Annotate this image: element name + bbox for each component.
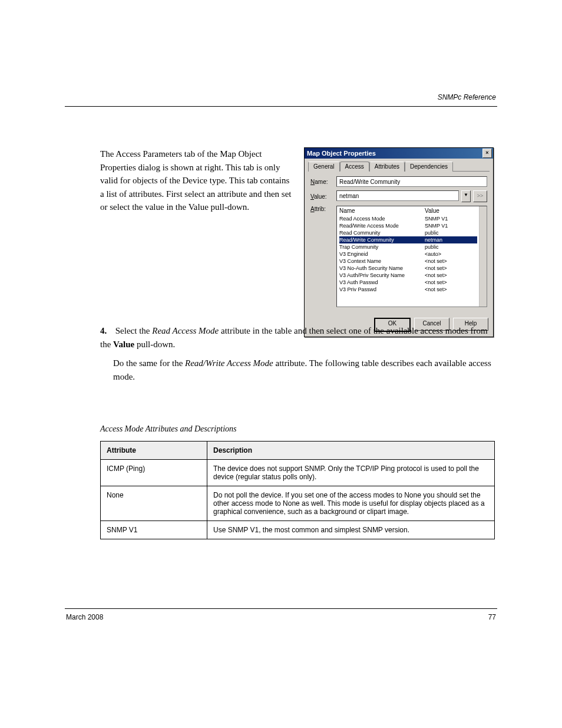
dialog-titlebar: Map Object Properties × (305, 148, 493, 159)
tab-general[interactable]: General (308, 162, 340, 172)
access-mode-table: Attribute Description ICMP (Ping)The dev… (100, 441, 495, 539)
header-separator (65, 106, 497, 107)
list-item[interactable]: Read Access ModeSNMP V1 (339, 215, 477, 222)
tab-access[interactable]: Access (340, 162, 369, 172)
footer-revision: March 2008 (66, 613, 103, 621)
scrollbar[interactable] (479, 206, 487, 307)
footer-page-number: 77 (488, 613, 496, 621)
close-icon[interactable]: × (482, 149, 492, 158)
list-item[interactable]: V3 Priv Passwd<not set> (339, 286, 477, 293)
list-header: Name Value (339, 207, 477, 215)
list-item[interactable]: Read/Write Access ModeSNMP V1 (339, 222, 477, 229)
tab-attributes[interactable]: Attributes (369, 162, 405, 172)
list-item[interactable]: V3 Auth Passwd<not set> (339, 279, 477, 286)
name-field[interactable] (336, 176, 487, 187)
step-number: 4. (100, 324, 113, 338)
value-field[interactable] (336, 190, 459, 201)
table-row: ICMP (Ping)The device does not support S… (101, 460, 495, 486)
list-item[interactable]: Read Communitypublic (339, 229, 477, 236)
table-header-row: Attribute Description (101, 442, 495, 460)
intro-paragraph: The Access Parameters tab of the Map Obj… (100, 147, 295, 214)
col-attribute: Attribute (101, 442, 207, 460)
list-item[interactable]: Trap Communitypublic (339, 243, 477, 251)
dialog-body: Name: Value: ▼ >> Attrib: Name Value (305, 172, 493, 314)
list-item[interactable]: V3 No-Auth Security Name<not set> (339, 265, 477, 272)
attrib-label: Attrib: (310, 206, 336, 212)
footer-separator (65, 608, 497, 609)
table-row: NoneDo not poll the device. If you set o… (101, 486, 495, 521)
list-item[interactable]: V3 Auth/Priv Security Name<not set> (339, 272, 477, 279)
header-section-title: SNMPc Reference (438, 93, 496, 101)
table-row: SNMP V1Use SNMP V1, the most common and … (101, 521, 495, 539)
table-caption: Access Mode Attributes and Descriptions (100, 424, 237, 434)
value-label: Value: (310, 193, 336, 200)
dialog-tabs: General Access Attributes Dependencies (308, 161, 490, 172)
step-4: 4. Select the Read Access Mode attribute… (100, 324, 494, 384)
map-object-properties-dialog: Map Object Properties × General Access A… (304, 147, 494, 337)
list-item[interactable]: Read/Write Communitynetman (339, 236, 477, 243)
chevron-down-icon[interactable]: ▼ (461, 190, 471, 202)
tab-dependencies[interactable]: Dependencies (405, 162, 453, 172)
name-label: Name: (310, 179, 336, 185)
col-description: Description (207, 442, 495, 460)
attributes-listbox[interactable]: Name Value Read Access ModeSNMP V1Read/W… (336, 206, 487, 307)
list-item[interactable]: V3 Engineid<auto> (339, 251, 477, 258)
expand-button[interactable]: >> (473, 190, 487, 202)
list-item[interactable]: V3 Context Name<not set> (339, 258, 477, 265)
dialog-title: Map Object Properties (307, 150, 376, 157)
